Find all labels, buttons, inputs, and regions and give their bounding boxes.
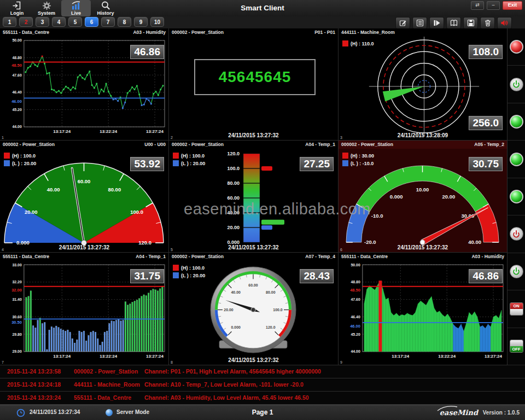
svg-text:48.50: 48.50 [11,63,22,68]
panel-timestamp: 24/11/2015 13:27:32 [339,244,507,250]
panel-digital-readout[interactable]: 000002 - Power_Station P01 - P01 4564564… [169,28,339,141]
tab-page-7[interactable]: 7 [101,17,115,27]
station-label: 000002 - Power_Station [341,141,393,149]
green-lamp-button[interactable] [510,153,523,166]
menu-live[interactable]: Live [61,0,91,16]
tabbar: 12345678910 [0,16,525,28]
on-switch[interactable]: ON [510,302,523,316]
edit-icon[interactable] [395,17,410,29]
svg-text:20.00: 20.00 [25,209,38,215]
svg-text:47.60: 47.60 [12,73,22,77]
alarm-row[interactable]: 2015-11-24 13:24:18444111 - Machine_Room… [0,378,525,392]
svg-text:13:27:24: 13:27:24 [146,354,164,359]
panel-arc-gauge-alarm[interactable]: 000002 - Power_Station A05 - Temp_2 -20.… [339,141,508,253]
svg-text:44.00: 44.00 [351,349,360,353]
channel-label: U00 - U00 [144,141,166,149]
svg-text:46.40: 46.40 [351,315,360,319]
tab-page-6[interactable]: 6 [85,17,98,27]
svg-text:33.00: 33.00 [12,263,22,267]
green-lamp-button[interactable] [510,190,523,203]
panel-vbar-gauge[interactable]: 000002 - Power_Station A04 - Temp_1 0.00… [169,141,339,253]
svg-text:80.00: 80.00 [266,290,276,294]
alarm-message: Channel: A03 - Humidity, Low Level Alarm… [144,392,309,404]
svg-text:10.00: 10.00 [416,186,429,192]
svg-text:20.00: 20.00 [442,194,456,200]
alarm-row[interactable]: 2015-11-24 13:23:24555111 - Data_CentreC… [0,392,525,405]
trash-icon[interactable] [480,17,495,29]
export-icon[interactable] [429,17,444,29]
svg-text:0.000: 0.000 [231,325,241,329]
sidebar-cell [508,253,525,290]
restore-icon[interactable]: ⇄ [471,1,484,10]
svg-text:50.00: 50.00 [351,263,360,267]
red-power-button[interactable] [510,227,523,241]
channel-label: P01 - P01 [314,29,335,37]
alarm-station: 000002 - Power_Station [74,365,138,378]
smart-client-window: LoginSystemLiveHistory Smart Client ⇄ – … [0,0,525,420]
alarm-row[interactable]: 2015-11-24 13:23:58000002 - Power_Statio… [0,365,525,378]
menu-history[interactable]: History [91,0,120,16]
tab-page-5[interactable]: 5 [68,17,82,27]
station-label: 000002 - Power_Station [172,141,224,149]
panel-timestamp: 24/11/2015 13:27:32 [169,132,338,138]
panel-radar[interactable]: 444111 - Machine_Room (H) : 110.0 108.0 … [339,28,508,141]
channel-label: A07 - Temp_4 [305,253,335,261]
sidebar-cell: ON [508,290,525,328]
channel-label: A03 - Humidity [133,29,166,37]
panel-area-chart[interactable]: 555111 - Data_Centre A03 - Humidity 50.0… [339,253,508,365]
svg-text:60.00: 60.00 [248,283,258,287]
sidebar-cell [508,141,525,178]
panel-semi-gauge[interactable]: 000002 - Power_Station U00 - U00 0.00020… [0,141,169,253]
tab-page-9[interactable]: 9 [134,17,148,27]
history-icon [101,1,110,10]
svg-text:-10.0: -10.0 [371,213,383,219]
menu-system[interactable]: System [32,0,61,16]
red-lamp-button[interactable] [510,40,523,54]
panel-timestamp: 24/11/2015 13:27:32 [169,244,338,250]
save-icon[interactable] [463,17,478,29]
tab-page-2[interactable]: 2 [19,17,33,27]
alarm-message: Channel: P01 - P01, High Level Alarm, 45… [144,365,321,378]
station-label: 000002 - Power_Station [172,29,224,37]
panel-timestamp: 24/11/2015 13:27:32 [169,357,338,363]
tab-page-8[interactable]: 8 [118,17,131,27]
svg-text:29.00: 29.00 [12,349,22,353]
list-icon[interactable] [412,17,427,29]
station-label: 555111 - Data_Centre [3,253,49,261]
toolbar [395,17,512,29]
alarm-time: 2015-11-24 13:23:58 [7,365,61,378]
svg-text:44.00: 44.00 [12,125,22,129]
panel-line-chart[interactable]: 555111 - Data_Centre A03 - Humidity 50.0… [0,28,169,141]
main-menu: LoginSystemLiveHistory [2,0,120,16]
station-label: 555111 - Data_Centre [3,29,49,37]
titlebar: LoginSystemLiveHistory Smart Client ⇄ – … [0,0,525,16]
svg-text:40.00: 40.00 [231,290,241,294]
tab-page-3[interactable]: 3 [36,17,49,27]
svg-text:46.40: 46.40 [12,90,22,94]
book-icon[interactable] [446,17,461,29]
alarm-message: Channel: A10 - Temp_7, Low Level Alarm, … [144,378,304,391]
off-switch[interactable]: OFF [510,340,523,353]
tab-page-10[interactable]: 10 [150,17,164,27]
svg-text:100.0: 100.0 [273,308,283,312]
speaker-icon[interactable] [497,17,512,29]
tab-page-4[interactable]: 4 [52,17,66,27]
current-value: 46.86 [130,45,164,59]
green-power-button[interactable] [510,265,523,278]
easemind-logo: easeMind [440,409,478,417]
svg-text:120.0: 120.0 [266,325,276,329]
green-power-button[interactable] [510,78,523,91]
panel-round-gauge[interactable]: 000002 - Power_Station A07 - Temp_4 0.00… [169,253,339,365]
minimize-icon[interactable]: – [487,1,500,10]
current-value: 30.75 [469,157,503,171]
svg-text:80.00: 80.00 [108,186,121,192]
channel-label: A04 - Temp_1 [305,141,335,149]
menu-login[interactable]: Login [2,0,32,16]
panel-bar-chart[interactable]: 555111 - Data_Centre A04 - Temp_1 33.003… [0,253,169,365]
exit-button[interactable]: Exit [503,1,522,10]
sidebar-cell [508,28,525,66]
svg-text:30.60: 30.60 [12,315,22,319]
station-label: 000002 - Power_Station [172,253,224,261]
green-lamp-button[interactable] [510,115,523,129]
tab-page-1[interactable]: 1 [3,17,16,27]
